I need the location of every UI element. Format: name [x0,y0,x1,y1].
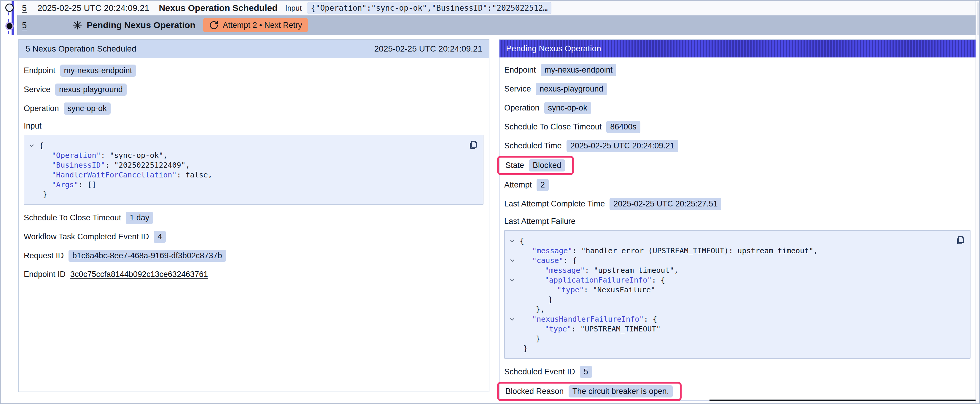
json-line: "HandlerWaitForCancellation": false, [29,170,462,180]
field-service: Servicenexus-playground [24,84,484,96]
field-value-badge: 2 [536,179,549,191]
event-detail-panel-header: 5 Nexus Operation Scheduled 2025-02-25 U… [19,40,489,58]
field-service: Servicenexus-playground [504,83,970,95]
field-label-blocked-reason: Blocked Reason [506,387,564,396]
field-label-workflow-task-completed-event-id: Workflow Task Completed Event ID [24,232,149,241]
field-value-badge: nexus-playground [55,84,127,96]
json-line: "message": "handler error (UPSTREAM_TIME… [509,246,949,256]
field-value-badge: sync-op-ok [544,102,591,114]
endpoint-id-link[interactable]: 3c0c75ccfa8144b092c13ce632463761 [70,270,208,279]
field-schedule-to-close-timeout: Schedule To Close Timeout86400s [504,121,970,133]
chevron-spacer [509,285,520,295]
field-label-endpoint: Endpoint [504,65,536,74]
field-label-last-attempt-failure: Last Attempt Failure [504,217,966,226]
retry-attempt-badge: Attempt 2 • Next Retry [203,18,308,32]
field-value-badge: b1c6a4bc-8ee7-468a-9169-df3b02c8737b [68,250,226,262]
field-scheduled-time: Scheduled Time2025-02-25 UTC 20:24:09.21 [504,140,970,152]
collapse-chevron-icon[interactable] [509,275,520,285]
panel-title: 5 Nexus Operation Scheduled [25,44,137,54]
json-plain: : { [644,314,657,324]
field-label-service: Service [24,85,51,94]
timeline-node-open-icon [5,3,14,12]
json-line: "type": "NexusFailure" [509,285,949,295]
field-scheduled-event-id: Scheduled Event ID5 [504,366,970,378]
retry-badge-label: Attempt 2 • Next Retry [223,21,302,30]
json-plain: } [536,334,541,344]
field-value-badge: 2025-02-25 UTC 20:25:27.51 [609,198,721,210]
field-blocked-reason: Blocked ReasonThe circuit breaker is ope… [504,385,970,398]
event-id-link[interactable]: 5 [22,21,27,30]
field-label-scheduled-time: Scheduled Time [504,141,562,151]
json-key: "type" [557,285,584,295]
retry-icon [209,21,219,30]
json-plain: : "20250225122409", [105,160,190,170]
chevron-spacer [29,160,39,170]
field-value-badge: my-nexus-endpoint [60,65,136,77]
json-line: } [29,190,462,199]
collapse-chevron-icon[interactable] [509,256,520,265]
field-label-scheduled-event-id: Scheduled Event ID [504,367,575,377]
field-operation: Operationsync-op-ok [504,102,970,114]
field-value-badge: 86400s [606,121,640,133]
json-line: { [509,236,949,246]
json-plain: : { [563,256,577,265]
json-key: "Operation" [52,151,101,160]
field-endpoint: Endpointmy-nexus-endpoint [504,64,970,76]
json-line: "applicationFailureInfo": { [509,275,949,285]
field-label-input: Input [24,122,479,131]
json-key: "message" [532,246,572,256]
timeline-node-current-icon [5,22,14,30]
event-detail-panel: 5 Nexus Operation Scheduled 2025-02-25 U… [18,39,489,392]
event-input-preview-badge: {"Operation":"sync-op-ok","BusinessID":"… [307,2,551,14]
field-operation: Operationsync-op-ok [24,103,484,115]
event-row-scheduled[interactable]: 5 2025-02-25 UTC 20:24:09.21 Nexus Opera… [17,1,977,16]
json-line: "Args": [] [29,180,462,190]
json-key: "type" [544,324,571,334]
json-plain: : { [652,275,665,285]
chevron-spacer [29,180,39,190]
annotation-highlight-box: StateBlocked [497,156,574,175]
collapse-chevron-icon[interactable] [509,314,520,324]
copy-icon[interactable] [468,139,479,150]
json-plain: : "handler error (UPSTREAM_TIMEOUT): ups… [572,246,818,256]
pending-operation-panel: Pending Nexus Operation Endpointmy-nexus… [499,39,977,401]
json-line: { [29,141,462,151]
json-viewer-last-attempt-failure: {"message": "handler error (UPSTREAM_TIM… [504,230,970,359]
field-label-endpoint: Endpoint [24,66,56,75]
json-key: "cause" [532,256,563,265]
field-label-schedule-to-close-timeout: Schedule To Close Timeout [24,213,121,222]
event-id-link[interactable]: 5 [22,3,27,13]
field-workflow-task-completed-event-id: Workflow Task Completed Event ID4 [24,231,484,243]
event-row-pending[interactable]: 5 Pending Nexus Operation Attempt 2 • Ne… [17,16,977,35]
field-value-badge: 4 [154,231,166,243]
json-line: "Operation": "sync-op-ok", [29,151,462,160]
field-value-badge: sync-op-ok [64,103,111,115]
json-plain: } [523,344,528,353]
field-label-operation: Operation [24,104,59,113]
json-plain: } [549,295,553,304]
field-last-attempt-complete-time: Last Attempt Complete Time2025-02-25 UTC… [504,198,970,210]
field-endpoint-id: Endpoint ID3c0c75ccfa8144b092c13ce632463… [24,269,484,280]
field-value-badge: my-nexus-endpoint [541,64,617,76]
nexus-asterisk-icon [72,19,83,31]
scrollbar-thumb[interactable] [977,2,979,35]
field-value-badge: 1 day [126,212,153,224]
event-timestamp: 2025-02-25 UTC 20:24:09.21 [37,3,149,13]
scrollbar-track[interactable] [975,1,979,403]
field-label-attempt: Attempt [504,181,532,190]
chevron-spacer [509,344,520,353]
field-label-last-attempt-complete-time: Last Attempt Complete Time [504,199,605,209]
json-line: "type": "UPSTREAM_TIMEOUT" [509,324,949,334]
json-line: } [509,334,949,344]
copy-icon[interactable] [955,235,966,246]
chevron-spacer [29,170,39,180]
json-line: }, [509,304,949,314]
json-plain: { [520,236,524,246]
json-key: "BusinessID" [52,160,105,170]
field-value-badge: 5 [580,366,592,378]
collapse-chevron-icon[interactable] [509,236,520,246]
collapse-chevron-icon[interactable] [29,141,39,151]
pending-event-title: Pending Nexus Operation [87,20,196,30]
field-value-badge: The circuit breaker is open. [569,385,673,398]
chevron-spacer [29,190,39,199]
